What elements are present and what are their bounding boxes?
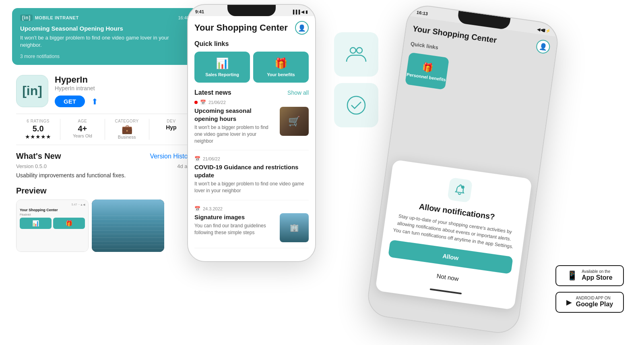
news-date-text-1: 21/06/22 xyxy=(208,100,226,105)
news-body-3: You can find our brand guidelines follow… xyxy=(194,222,276,236)
news-text-3: Signature images You can find our brand … xyxy=(194,213,276,242)
share-button[interactable]: ⬆ xyxy=(91,97,98,106)
ratings-label: 6 RATINGS xyxy=(16,119,60,123)
quick-links-grid: 📊 Sales Reporting 🎁 Your benefits xyxy=(194,52,309,83)
app-icon: [in] xyxy=(16,75,48,107)
store-badges: 📱 Available on the App Store ▶ ANDROID A… xyxy=(555,265,624,313)
notification-popup: Allow notifications? Stay up-to-date of … xyxy=(375,160,532,310)
preview-img-1: 5.47 ···▲◀ Your Shopping Center Pikalink… xyxy=(16,200,89,252)
news-item-1[interactable]: 📅 21/06/22 Upcoming seasonal opening hou… xyxy=(194,100,309,150)
app-name: HyperIn xyxy=(55,75,98,85)
right-link-label: Personnel benefits xyxy=(406,72,446,82)
stat-category: CATEGORY 💼 Business xyxy=(105,119,149,140)
news-item-3[interactable]: 📅 24.3.2022 Signature images You can fin… xyxy=(194,206,309,248)
cal-icon-2: 📅 xyxy=(194,156,200,162)
news-thumb-3: 🏢 xyxy=(280,213,309,242)
news-date-text-2: 21/06/22 xyxy=(203,156,220,161)
age-label: AGE xyxy=(60,119,104,123)
show-all-link[interactable]: Show all xyxy=(287,89,309,96)
dev-label: DEV xyxy=(149,119,193,123)
app-store-icon: 📱 xyxy=(567,270,578,281)
feature-icon-check xyxy=(334,83,378,127)
news-thumb-1: 🛒 xyxy=(280,107,309,136)
preview-img-2 xyxy=(92,200,164,252)
left-panel: [in] MOBILE INTRANET 16:40 Upcoming Seas… xyxy=(12,8,197,252)
news-date-text-3: 24.3.2022 xyxy=(203,206,223,211)
news-item-2[interactable]: 📅 21/06/22 COVID-19 Guidance and restric… xyxy=(194,156,309,200)
right-phone-wrap: 16:13 App Store ◀◀▮⚡ Your Shopping Cente… xyxy=(386,12,539,326)
home-bar xyxy=(430,288,462,294)
ratings-value: 5.0 xyxy=(16,124,60,133)
notification-card: [in] MOBILE INTRANET 16:40 Upcoming Seas… xyxy=(12,8,197,65)
phone-notch xyxy=(227,5,276,16)
thumb-visual-1: 🛒 xyxy=(280,107,309,136)
app-store-badge[interactable]: 📱 Available on the App Store xyxy=(555,265,624,286)
phone-time: 9:41 xyxy=(195,9,204,14)
app-store-text: Available on the App Store xyxy=(582,270,612,281)
phone-header-row: Your Shopping Center 👤 xyxy=(194,21,309,35)
preview-images: 5.47 ···▲◀ Your Shopping Center Pikalink… xyxy=(16,200,193,252)
news-date-2: 📅 21/06/22 xyxy=(194,156,309,162)
whats-new-header: What's New Version History xyxy=(16,152,193,161)
news-item-row-1: Upcoming seasonal opening hours It won't… xyxy=(194,107,309,144)
news-header-row: Latest news Show all xyxy=(194,89,309,96)
thumb-visual-3: 🏢 xyxy=(280,213,309,242)
notif-brand-label: MOBILE INTRANET xyxy=(35,15,79,20)
phone-signal-icons: ▐▐▐ ◀ ▮ xyxy=(291,10,308,14)
google-play-name: Google Play xyxy=(576,300,613,308)
phone-app-title: Your Shopping Center xyxy=(194,23,288,33)
benefits-icon: 🎁 xyxy=(257,57,305,70)
preview-buttons: 📊 🎁 xyxy=(20,218,85,229)
news-date-1: 📅 21/06/22 xyxy=(194,100,309,105)
preview-status: 5.47 ···▲◀ xyxy=(20,203,85,206)
version-desc: Usability improvements and functional fi… xyxy=(16,172,193,180)
right-phone-time: 16:13 xyxy=(416,10,428,16)
building-visual xyxy=(92,200,164,252)
notif-more: 3 more notifiations xyxy=(20,54,189,59)
preview-screen-sub: Pikalinkit xyxy=(20,213,85,216)
news-title: Latest news xyxy=(194,89,231,96)
phone-avatar: 👤 xyxy=(295,21,309,35)
category-label: CATEGORY xyxy=(105,119,149,123)
news-dot-1 xyxy=(194,101,198,104)
stat-ratings: 6 RATINGS 5.0 ★★★★★ xyxy=(16,119,60,140)
news-date-3: 📅 24.3.2022 xyxy=(194,206,309,212)
app-icon-text: [in] xyxy=(22,83,42,98)
news-text-1: Upcoming seasonal opening hours It won't… xyxy=(194,107,276,144)
stat-dev: DEV Hyp xyxy=(149,119,193,140)
app-listing: [in] HyperIn HyperIn intranet GET ⬆ 6 RA… xyxy=(12,75,197,252)
get-button[interactable]: GET xyxy=(55,96,85,107)
news-title-2: COVID-19 Guidance and restrictions updat… xyxy=(194,163,309,179)
quick-link-benefits[interactable]: 🎁 Your benefits xyxy=(253,52,309,83)
right-phone-screen: Your Shopping Center 👤 Quick links 🎁 Per… xyxy=(366,16,558,335)
version-line: Version 0.5.0 4d ago xyxy=(16,163,193,169)
app-subtitle: HyperIn intranet xyxy=(55,85,98,91)
building-lines xyxy=(92,215,164,252)
app-buttons: GET ⬆ xyxy=(55,96,98,107)
center-phone: 9:41 ▐▐▐ ◀ ▮ Your Shopping Center 👤 Quic… xyxy=(187,4,316,262)
category-value: Business xyxy=(105,135,149,139)
google-play-top: ANDROID APP ON xyxy=(576,296,613,300)
app-store-top: Available on the xyxy=(582,270,612,274)
notif-header: [in] MOBILE INTRANET 16:40 xyxy=(20,15,189,21)
google-play-text: ANDROID APP ON Google Play xyxy=(576,296,613,308)
google-play-badge[interactable]: ▶ ANDROID APP ON Google Play xyxy=(555,292,624,313)
bell-icon xyxy=(453,183,467,197)
news-body-2: It won't be a bigger problem to find one… xyxy=(194,181,309,194)
right-link-icon: 🎁 xyxy=(421,62,433,74)
app-store-name: App Store xyxy=(582,274,612,281)
notif-body: It won't be a bigger problem to find one… xyxy=(20,34,189,49)
dev-value: Hyp xyxy=(149,124,193,131)
sales-icon: 📊 xyxy=(198,57,246,70)
version-history-link[interactable]: Version History xyxy=(150,153,193,160)
preview-btn-2: 🎁 xyxy=(53,218,85,229)
people-icon xyxy=(345,43,367,66)
right-phone-icons: ◀◀▮⚡ xyxy=(537,27,551,33)
right-phone-avatar: 👤 xyxy=(535,39,551,54)
quick-link-sales[interactable]: 📊 Sales Reporting xyxy=(194,52,250,83)
right-link-card[interactable]: 🎁 Personnel benefits xyxy=(405,52,449,90)
svg-point-2 xyxy=(347,96,365,114)
app-stats: 6 RATINGS 5.0 ★★★★★ AGE 4+ Years Old CAT… xyxy=(16,114,193,145)
preview-screen-title: Your Shopping Center xyxy=(20,208,85,212)
age-sub: Years Old xyxy=(60,133,104,138)
